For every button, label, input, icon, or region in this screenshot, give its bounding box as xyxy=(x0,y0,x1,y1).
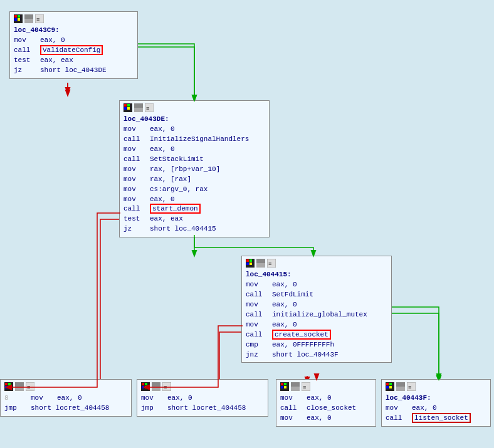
code-keyword: mov xyxy=(14,36,36,46)
code-keyword: call xyxy=(386,414,408,424)
block-icon-7 xyxy=(246,259,255,268)
titlebar-2: ≡ xyxy=(124,103,265,112)
highlight-ValidateConfig: ValidateConfig xyxy=(40,45,103,55)
code-keyword: jnz xyxy=(246,350,268,360)
code-line: call SetStackLimit xyxy=(124,155,265,165)
block-icon-8 xyxy=(256,259,265,268)
svg-rect-57 xyxy=(386,383,389,385)
svg-text:≡: ≡ xyxy=(164,385,167,391)
code-line: jmp short locret_404458 xyxy=(4,404,127,414)
titlebar-7: ≡ xyxy=(386,382,486,391)
code-args: eax, 0 xyxy=(150,195,175,205)
code-keyword: 8 xyxy=(4,393,27,404)
block-icon-5 xyxy=(134,103,143,112)
code-args: short loc_40443F xyxy=(272,350,339,360)
block-icon-3: ≡ xyxy=(35,14,44,23)
code-line: jmp short locret_404458 xyxy=(141,404,264,414)
svg-rect-8 xyxy=(24,19,33,23)
highlight-start_demon: start_demon xyxy=(150,204,201,214)
code-args: cs:argv_0, rax xyxy=(150,185,208,195)
code-line: call start_demon xyxy=(124,204,265,214)
code-args: short loc_4043DE xyxy=(40,66,107,76)
code-line: mov rax, [rax] xyxy=(124,175,265,185)
code-line: test eax, eax xyxy=(124,214,265,224)
code-line: mov cs:argv_0, rax xyxy=(124,185,265,195)
svg-rect-48 xyxy=(281,383,283,385)
svg-text:≡: ≡ xyxy=(27,385,30,391)
code-line: call InitializeSignalHandlers xyxy=(124,135,265,145)
svg-rect-60 xyxy=(389,386,392,388)
svg-rect-21 xyxy=(246,259,249,262)
code-block-6: ≡ mov eax, 0 call close_socket mov eax, … xyxy=(276,379,376,427)
code-keyword: mov xyxy=(124,125,146,135)
block-icon-6: ≡ xyxy=(145,103,154,112)
code-block-2: ≡ loc_4043DE: mov eax, 0 call Initialize… xyxy=(119,100,270,237)
code-keyword: call xyxy=(246,330,268,340)
block-icon-11 xyxy=(15,382,24,391)
block-icon-1 xyxy=(14,14,23,23)
code-args: eax, 0 xyxy=(167,393,192,404)
code-keyword: test xyxy=(124,214,146,224)
titlebar-5: ≡ xyxy=(141,382,264,391)
code-line: call listen_socket xyxy=(386,414,486,424)
code-args: eax, 0 xyxy=(57,393,82,404)
code-args: eax, 0 xyxy=(272,320,297,330)
block-icon-20 xyxy=(396,382,405,391)
svg-rect-23 xyxy=(246,263,249,265)
code-keyword: call xyxy=(124,135,146,145)
code-line: mov eax, 0 xyxy=(386,404,486,414)
block-icon-9: ≡ xyxy=(267,259,276,268)
code-line: test eax, eax xyxy=(14,56,134,66)
svg-rect-50 xyxy=(281,386,283,388)
code-line: loc_404415: xyxy=(246,270,387,280)
code-keyword: mov xyxy=(386,404,408,414)
svg-text:≡: ≡ xyxy=(303,385,306,391)
svg-text:≡: ≡ xyxy=(36,17,39,23)
code-args: eax, 0 xyxy=(150,145,175,155)
code-keyword: mov xyxy=(246,300,268,310)
svg-rect-51 xyxy=(284,386,286,388)
code-keyword: mov xyxy=(31,393,53,404)
svg-rect-40 xyxy=(145,383,147,385)
code-line: loc_40443F: xyxy=(386,393,486,404)
code-line: jz short loc_4043DE xyxy=(14,66,134,76)
code-line: call close_socket xyxy=(280,404,372,414)
code-args: eax, 0 xyxy=(272,300,297,310)
svg-rect-4 xyxy=(18,15,20,18)
block-icon-4 xyxy=(124,103,132,112)
block-icon-12: ≡ xyxy=(26,382,34,391)
block-icon-2 xyxy=(24,14,33,23)
block-icon-10 xyxy=(4,382,13,391)
code-args: eax, 0 xyxy=(40,36,65,46)
svg-rect-53 xyxy=(291,387,300,391)
svg-rect-39 xyxy=(142,383,144,385)
svg-rect-43 xyxy=(152,382,160,387)
block-icon-19 xyxy=(386,382,394,391)
code-line: mov eax, 0 xyxy=(246,300,387,310)
code-line: mov eax, 0 xyxy=(14,36,134,46)
svg-rect-12 xyxy=(124,104,127,107)
code-text: loc_4043C9: xyxy=(14,26,60,36)
code-text: loc_40443F: xyxy=(386,393,431,404)
code-line: call initialize_global_mutex xyxy=(246,310,387,320)
svg-text:≡: ≡ xyxy=(146,106,149,112)
svg-rect-62 xyxy=(396,387,405,391)
code-args: eax, 0 xyxy=(307,393,332,404)
svg-rect-6 xyxy=(18,18,20,21)
svg-rect-52 xyxy=(291,382,300,387)
code-args: close_socket xyxy=(307,404,356,414)
svg-rect-7 xyxy=(24,14,33,19)
svg-rect-22 xyxy=(250,259,252,262)
code-line: mov eax, 0 xyxy=(141,393,264,404)
svg-rect-33 xyxy=(8,386,11,388)
code-args: InitializeSignalHandlers xyxy=(150,135,249,145)
code-args: create_socket xyxy=(272,330,331,340)
code-keyword: mov xyxy=(280,393,303,404)
code-line: mov eax, 0 xyxy=(246,320,387,330)
code-args: eax, 0 xyxy=(307,414,332,424)
code-block-5: ≡ mov eax, 0 jmp short locret_404458 xyxy=(137,379,268,417)
code-args: short loc_404415 xyxy=(150,224,216,234)
code-args: rax, [rbp+var_10] xyxy=(150,165,220,175)
svg-rect-58 xyxy=(389,383,392,385)
titlebar-6: ≡ xyxy=(280,382,372,391)
